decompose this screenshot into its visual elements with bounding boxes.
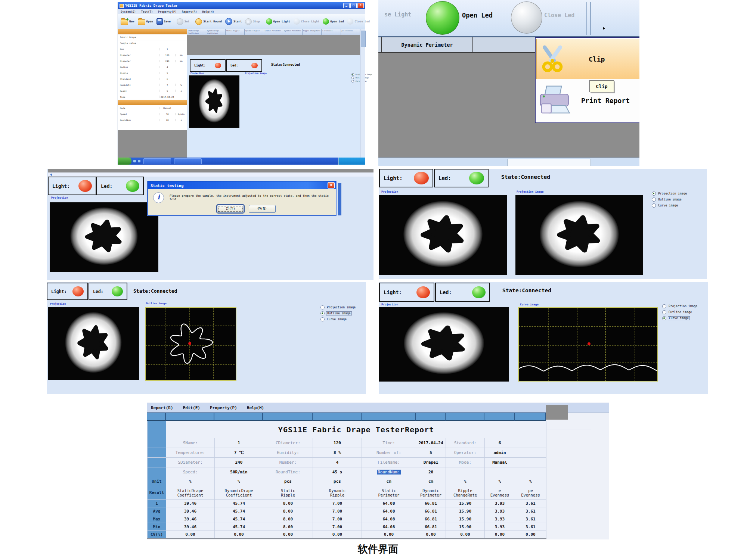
maximize-button[interactable]: □ [350, 3, 357, 8]
close-button[interactable]: × [357, 3, 364, 8]
radio-option-curve-image[interactable]: Curve image [652, 203, 688, 208]
menu-item-clip[interactable]: Clip [536, 39, 639, 79]
dialog-close-icon[interactable]: × [328, 182, 335, 189]
radio-icon[interactable] [351, 73, 354, 76]
param-row[interactable]: Radius4 [118, 64, 187, 70]
start-button[interactable] [118, 158, 131, 165]
radio-icon[interactable] [652, 192, 656, 196]
param-row[interactable]: Speed50R/min [118, 111, 187, 117]
quicklaunch-icon[interactable] [133, 160, 136, 162]
dialog-title-bar[interactable]: Static testing × [148, 181, 336, 189]
param-label: Ripple [118, 72, 159, 74]
radio-icon[interactable] [320, 311, 325, 315]
toolbar-button-open-light[interactable]: Open Light [265, 18, 291, 25]
column-tab[interactable]: DynamicDrape Coefficient [206, 29, 225, 35]
scroll-left-arrow-icon[interactable] [50, 173, 52, 176]
radio-icon[interactable] [662, 310, 666, 314]
radio-icon[interactable] [662, 304, 666, 308]
param-value: 1 [159, 48, 175, 50]
field-value [485, 467, 515, 477]
yes-button[interactable]: 是(Y) [217, 205, 244, 213]
menu-item[interactable]: Test(T) [141, 10, 153, 13]
dialog-title: Static testing [151, 183, 184, 188]
param-row[interactable]: Standard6 [118, 76, 187, 82]
radio-option-projection-image[interactable]: Projection image [652, 192, 688, 196]
column-tab[interactable]: e Evenness [322, 29, 341, 35]
column-tab[interactable]: Dynamic Ripple [245, 29, 264, 35]
report-menu-item[interactable]: Help(H) [247, 405, 264, 410]
report-menu-item[interactable]: Report(R) [151, 405, 173, 410]
column-tab[interactable]: Static Perimeter [264, 29, 283, 35]
radio-option-curve-image[interactable]: Curve image [662, 316, 698, 320]
quicklaunch-icon[interactable] [138, 160, 140, 162]
menu-item[interactable]: System(S) [121, 10, 136, 13]
toolbar-button-open[interactable]: Open [137, 17, 154, 26]
radio-icon[interactable] [320, 317, 325, 321]
radio-option-projection-image[interactable]: Projection image [662, 304, 698, 308]
param-row[interactable]: Humidity7% [118, 82, 187, 88]
radio-option-outline-image[interactable]: Outline image [662, 310, 698, 314]
close-light-button-label[interactable]: se Light [384, 11, 411, 18]
param-label: Fabric Drape [118, 36, 159, 38]
no-button[interactable]: 否(N) [249, 205, 276, 213]
open-led-button-label[interactable]: Open Led [462, 12, 493, 19]
column-tab[interactable]: Ripple ChangeRate [303, 29, 322, 35]
sphere-green-icon [266, 18, 272, 25]
toolbar-button-start-round[interactable]: Start Round [194, 18, 223, 26]
column-tab[interactable]: Dynamic Perimeter [283, 29, 302, 35]
field-value: 1 [215, 438, 263, 448]
column-tab[interactable]: StaticDrape Coefficient [187, 29, 206, 35]
param-row[interactable]: Fabric Drape [118, 34, 187, 40]
task-button[interactable] [143, 158, 171, 164]
radio-icon[interactable] [652, 197, 656, 202]
minimize-button[interactable]: _ [343, 3, 350, 8]
column-tab[interactable]: Static Ripple [226, 29, 245, 35]
band-cell [166, 413, 214, 421]
radio-icon[interactable] [662, 316, 666, 320]
open-led-sphere-icon[interactable] [426, 1, 459, 35]
menu-item[interactable]: Property(P) [158, 10, 177, 13]
param-row[interactable]: Num1 [118, 46, 187, 52]
param-row[interactable]: Time2017-04-24 [118, 94, 187, 100]
report-menu-item[interactable]: Edit(E) [183, 405, 200, 410]
radio-icon[interactable] [351, 80, 354, 83]
param-row[interactable]: Ripple5 [118, 70, 187, 76]
toolbar-button-save[interactable]: Save [155, 18, 172, 25]
radio-option-projection-image[interactable]: Projection image [320, 305, 356, 309]
radio-icon[interactable] [320, 305, 325, 309]
param-row[interactable]: RoundNum20s [118, 117, 187, 123]
toolbar-button-new[interactable]: New [120, 17, 136, 26]
result-value: 8.00 [263, 515, 313, 523]
horizontal-scrollbar[interactable] [378, 158, 639, 166]
close-led-sphere-icon[interactable] [511, 1, 542, 34]
column-tab[interactable]: pe Evenness [341, 29, 360, 35]
scroll-strip[interactable] [48, 172, 374, 177]
radio-label: Projection image [657, 192, 688, 195]
menu-item-print-report[interactable]: Print Report [536, 80, 639, 121]
result-value: 3.93 [485, 500, 515, 507]
scrollbar-thumb[interactable] [507, 159, 591, 166]
scrollbar-thumb[interactable] [361, 31, 366, 47]
param-row[interactable]: Diameter120mm [118, 52, 187, 58]
task-button[interactable] [174, 158, 202, 164]
radio-option-outline-image[interactable]: Outline image [320, 311, 356, 315]
radio-option-outline-image[interactable]: Outline image [652, 197, 688, 202]
menu-item[interactable]: Help(H) [202, 10, 214, 13]
param-row[interactable]: Diameter240mm [118, 58, 187, 64]
radio-icon[interactable] [652, 203, 656, 208]
param-label: Speed [118, 113, 159, 115]
radio-option-curve-image[interactable]: Curve image [320, 317, 356, 321]
vertical-scrollbar[interactable] [360, 29, 365, 159]
menu-item[interactable]: Report(R) [182, 10, 197, 13]
param-row[interactable]: Sample value [118, 40, 187, 46]
report-menu-item[interactable]: Property(P) [210, 405, 237, 410]
light-indicator-red [72, 286, 84, 296]
param-value: 5 [159, 90, 175, 92]
radio-icon[interactable] [351, 77, 354, 79]
field-label[interactable]: RoundNum: [362, 467, 416, 477]
param-row[interactable]: ModeManual [118, 105, 187, 111]
title-bar[interactable]: YGS11E Fabric Drape Tester _ □ × [118, 2, 365, 9]
param-row[interactable]: Ready5s [118, 88, 187, 94]
toolbar-button-open-led[interactable]: Open Led [322, 18, 345, 25]
toolbar-button-start[interactable]: Start [224, 17, 243, 26]
